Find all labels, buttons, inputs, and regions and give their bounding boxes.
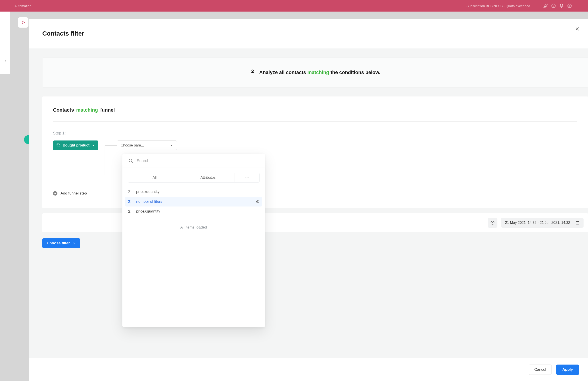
funnel-title-suffix: funnel: [100, 107, 115, 113]
svg-rect-11: [576, 222, 579, 224]
banner-suffix: the conditions below.: [331, 70, 380, 75]
dropdown-item[interactable]: Σ pricexquantity: [125, 187, 262, 197]
chip-label: Bought product: [63, 143, 89, 147]
plus-circle-icon: +: [53, 191, 57, 196]
dropdown-item-label: pricexquantity: [136, 190, 160, 194]
search-input[interactable]: [137, 158, 259, 163]
modal-footer: Cancel Apply: [29, 358, 588, 381]
add-funnel-step-button[interactable]: + Add funnel step: [53, 191, 87, 196]
topbar-divider: [578, 3, 578, 9]
compass-icon[interactable]: [566, 2, 573, 10]
sigma-icon: Σ: [128, 200, 132, 204]
subscription-status: Subscription BUSINESS - Quota exceeded: [466, 4, 530, 8]
more-icon: [245, 175, 249, 180]
svg-point-8: [252, 70, 253, 72]
help-icon[interactable]: [549, 2, 558, 10]
rocket-icon[interactable]: [542, 2, 549, 10]
funnel-title-matching: matching: [76, 107, 98, 113]
tab-attributes[interactable]: Attributes: [181, 173, 235, 182]
chevron-down-icon: [170, 144, 173, 147]
svg-point-2: [568, 4, 571, 8]
panel-divider: [53, 121, 577, 122]
date-range-text: 21 May 2021, 14:32 - 21 Jun 2021, 14:32: [505, 221, 570, 225]
dropdown-item-label: priceXquantity: [136, 209, 160, 214]
table-stub: [0, 12, 10, 74]
choose-parameter-select[interactable]: Choose para...: [117, 140, 177, 150]
chevron-down-icon: [73, 242, 76, 245]
banner-prefix: Analyze all contacts: [259, 70, 306, 75]
page-title: Automation: [15, 4, 31, 8]
dropdown-loaded-text: All items loaded: [122, 225, 265, 230]
add-step-label: Add funnel step: [61, 191, 87, 196]
close-icon[interactable]: [574, 26, 580, 32]
svg-marker-3: [569, 5, 570, 6]
sigma-icon: Σ: [128, 210, 132, 213]
choose-filter-button[interactable]: Choose filter: [42, 238, 80, 248]
apply-button[interactable]: Apply: [556, 364, 579, 375]
svg-point-18: [248, 177, 249, 178]
dropdown-item[interactable]: Σ number of liters: [125, 197, 262, 207]
person-icon: [250, 69, 255, 76]
choose-filter-label: Choose filter: [47, 241, 70, 246]
date-range-chip[interactable]: 21 May 2021, 14:32 - 21 Jun 2021, 14:32: [501, 218, 584, 228]
dropdown-item[interactable]: Σ priceXquantity: [125, 207, 262, 216]
svg-marker-4: [22, 21, 24, 24]
parameter-dropdown: All Attributes Σ pricexquantity Σ: [122, 154, 265, 327]
bought-product-chip[interactable]: Bought product: [53, 140, 98, 150]
banner-matching: matching: [307, 70, 329, 75]
modal-header: Contacts filter: [29, 19, 588, 48]
svg-point-17: [247, 177, 248, 178]
topbar-divider: [537, 3, 537, 9]
svg-point-16: [246, 177, 246, 178]
analyze-banner: Analyze all contacts matching the condit…: [42, 57, 588, 88]
funnel-title-prefix: Contacts: [53, 107, 74, 113]
svg-line-15: [131, 162, 132, 162]
cancel-button[interactable]: Cancel: [529, 364, 552, 375]
chevron-down-icon: [92, 144, 95, 147]
dropdown-item-label: number of liters: [136, 199, 162, 204]
topbar: Automation Subscription BUSINESS - Quota…: [0, 0, 588, 12]
bracket-connector: [105, 145, 117, 175]
topbar-divider: [10, 3, 10, 9]
svg-point-14: [129, 159, 132, 162]
sigma-icon: Σ: [128, 190, 132, 194]
arrow-right-icon: [3, 59, 7, 64]
automation-node-icon: [18, 17, 28, 28]
calendar-icon: [576, 221, 580, 225]
contacts-filter-modal: Contacts filter Analyze all contacts mat…: [29, 19, 588, 381]
search-icon: [128, 158, 133, 163]
modal-title: Contacts filter: [42, 30, 84, 37]
tab-all[interactable]: All: [128, 173, 181, 182]
choose-parameter-label: Choose para...: [121, 143, 144, 147]
tab-more[interactable]: [235, 173, 259, 182]
step-label: Step 1:: [53, 131, 577, 135]
edit-icon[interactable]: [255, 199, 259, 204]
dropdown-search: [122, 154, 265, 168]
clock-button[interactable]: [488, 218, 497, 228]
svg-point-9: [57, 144, 58, 145]
bell-icon[interactable]: [558, 2, 566, 10]
